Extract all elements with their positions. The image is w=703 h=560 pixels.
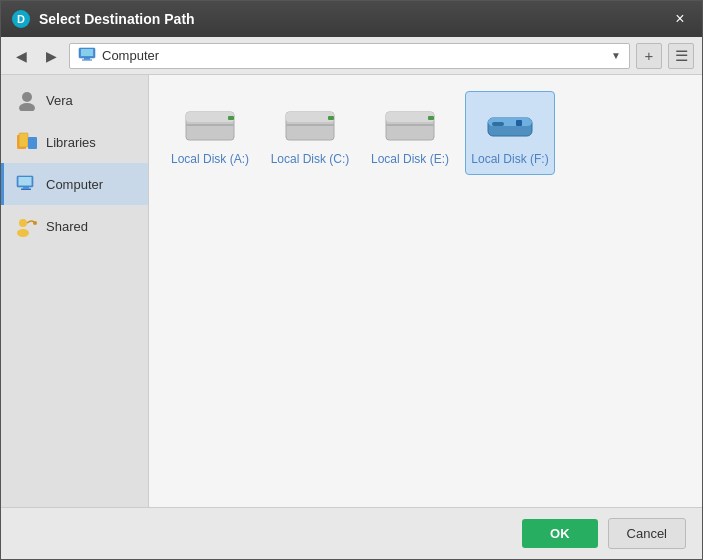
svg-rect-10 — [28, 137, 37, 149]
dropdown-icon[interactable]: ▼ — [611, 50, 621, 61]
file-item-disk-f[interactable]: Local Disk (F:) — [465, 91, 555, 175]
title-bar: D Select Destination Path × — [1, 1, 702, 37]
svg-rect-21 — [186, 124, 234, 126]
disk-f-label: Local Disk (F:) — [471, 152, 548, 166]
disk-c-icon — [278, 100, 342, 148]
sidebar-item-label-libraries: Libraries — [46, 135, 96, 150]
libraries-icon — [16, 131, 38, 153]
svg-point-16 — [17, 229, 29, 237]
address-bar: ◀ ▶ Computer ▼ + ☰ — [1, 37, 702, 75]
close-button[interactable]: × — [668, 7, 692, 31]
svg-rect-14 — [21, 189, 31, 191]
dialog-icon: D — [11, 9, 31, 29]
disk-e-icon — [378, 100, 442, 148]
svg-rect-23 — [286, 112, 334, 122]
file-grid: Local Disk (A:) Local Disk (C:) — [165, 91, 686, 175]
svg-rect-33 — [516, 120, 522, 126]
file-item-disk-c[interactable]: Local Disk (C:) — [265, 91, 355, 175]
select-destination-dialog: D Select Destination Path × ◀ ▶ Computer… — [0, 0, 703, 560]
svg-rect-25 — [286, 124, 334, 126]
file-area: Local Disk (A:) Local Disk (C:) — [149, 75, 702, 507]
forward-button[interactable]: ▶ — [39, 44, 63, 68]
disk-c-label: Local Disk (C:) — [271, 152, 350, 166]
svg-rect-3 — [81, 49, 93, 56]
file-item-disk-a[interactable]: Local Disk (A:) — [165, 91, 255, 175]
sidebar-item-label-computer: Computer — [46, 177, 103, 192]
sidebar-item-libraries[interactable]: Libraries — [1, 121, 148, 163]
sidebar-item-label-shared: Shared — [46, 219, 88, 234]
address-text: Computer — [102, 48, 605, 63]
main-content: Vera Libraries — [1, 75, 702, 507]
svg-rect-27 — [386, 112, 434, 122]
shared-icon — [16, 215, 38, 237]
sidebar-item-computer[interactable]: Computer — [1, 163, 148, 205]
view-toggle-button[interactable]: ☰ — [668, 43, 694, 69]
add-folder-button[interactable]: + — [636, 43, 662, 69]
svg-rect-5 — [82, 60, 92, 61]
file-item-disk-e[interactable]: Local Disk (E:) — [365, 91, 455, 175]
svg-point-6 — [22, 92, 32, 102]
sidebar: Vera Libraries — [1, 75, 149, 507]
svg-rect-28 — [428, 116, 434, 120]
svg-rect-29 — [386, 124, 434, 126]
svg-rect-32 — [492, 122, 504, 126]
dialog-title: Select Destination Path — [39, 11, 668, 27]
cancel-button[interactable]: Cancel — [608, 518, 686, 549]
sidebar-item-vera[interactable]: Vera — [1, 79, 148, 121]
svg-rect-20 — [228, 116, 234, 120]
sidebar-item-shared[interactable]: Shared — [1, 205, 148, 247]
svg-rect-19 — [186, 112, 234, 122]
disk-e-label: Local Disk (E:) — [371, 152, 449, 166]
computer-nav-icon — [16, 173, 38, 195]
sidebar-item-label-vera: Vera — [46, 93, 73, 108]
svg-point-15 — [19, 219, 27, 227]
svg-point-17 — [33, 221, 37, 225]
back-button[interactable]: ◀ — [9, 44, 33, 68]
ok-button[interactable]: OK — [522, 519, 598, 548]
svg-point-7 — [19, 103, 35, 111]
disk-a-label: Local Disk (A:) — [171, 152, 249, 166]
svg-text:D: D — [17, 13, 25, 25]
svg-rect-12 — [19, 177, 32, 186]
svg-rect-9 — [19, 133, 28, 147]
disk-a-icon — [178, 100, 242, 148]
bottom-bar: OK Cancel — [1, 507, 702, 559]
svg-rect-4 — [84, 58, 90, 60]
disk-f-icon — [478, 100, 542, 148]
svg-rect-24 — [328, 116, 334, 120]
computer-icon — [78, 47, 96, 64]
user-icon — [16, 89, 38, 111]
address-input[interactable]: Computer ▼ — [69, 43, 630, 69]
svg-rect-13 — [23, 187, 29, 189]
